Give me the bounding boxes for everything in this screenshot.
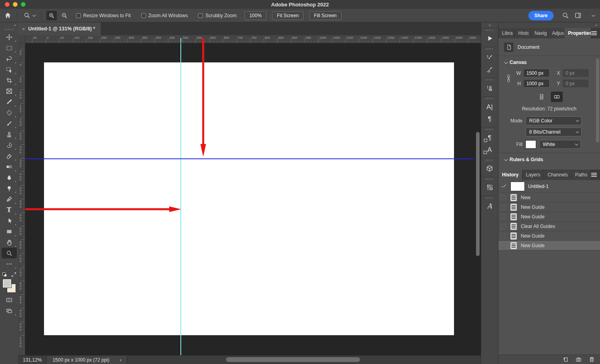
foreground-color-swatch[interactable] [3, 279, 11, 288]
zoom-tool[interactable] [2, 248, 17, 258]
history-source-checkbox[interactable] [501, 224, 506, 229]
panels-expand-icon[interactable]: » [498, 22, 600, 28]
vertical-guide[interactable] [180, 43, 181, 355]
history-item[interactable]: New Guide [498, 231, 600, 241]
rulers-grids-section-header[interactable]: Rulers & Grids [504, 153, 594, 166]
tab-adjustments[interactable]: Adjus [548, 28, 564, 38]
character-panel-button[interactable]: A| [482, 101, 497, 113]
history-source-checkbox[interactable] [501, 214, 506, 219]
new-document-from-state-icon[interactable] [562, 356, 569, 363]
history-item[interactable]: New Guide [498, 212, 600, 222]
workspace-button[interactable] [573, 11, 583, 20]
close-tab-icon[interactable]: × [22, 26, 25, 32]
share-button[interactable]: Share [528, 11, 554, 20]
status-chevron-icon[interactable]: › [120, 357, 121, 363]
gradient-tool[interactable] [2, 161, 17, 172]
tab-paths[interactable]: Paths [572, 170, 591, 180]
clone-stamp-tool[interactable] [2, 129, 17, 140]
canvas[interactable] [44, 62, 454, 335]
portrait-orientation-button[interactable] [536, 92, 548, 102]
patterns-panel-button[interactable] [482, 181, 497, 193]
scrubby-zoom-checkbox[interactable]: Scrubby Zoom [198, 13, 236, 18]
glyphs-panel-button[interactable]: A [482, 200, 497, 212]
pen-tool[interactable] [2, 194, 17, 204]
history-item[interactable]: New Guide [498, 202, 600, 212]
character-styles-panel-button[interactable]: A [482, 144, 497, 156]
lasso-tool[interactable] [2, 53, 17, 64]
delete-state-trash-icon[interactable] [588, 356, 595, 363]
properties-scrollbar[interactable] [596, 58, 599, 142]
history-snapshot-row[interactable]: Untitled-1 [498, 180, 600, 193]
history-brush-source-icon[interactable] [501, 183, 507, 190]
history-source-checkbox[interactable] [501, 243, 506, 248]
home-button[interactable] [4, 11, 12, 20]
rectangle-tool[interactable] [2, 226, 17, 237]
paragraph-panel-button[interactable]: ¶ [482, 113, 497, 125]
dodge-tool[interactable] [2, 183, 17, 194]
vertical-ruler[interactable]: 5 005 01 0 01 5 02 0 02 5 03 0 03 5 04 0… [18, 43, 25, 355]
tab-libraries[interactable]: Libra [498, 28, 515, 38]
clone-source-panel-button[interactable] [482, 82, 497, 94]
fill-dropdown[interactable]: White [539, 140, 581, 149]
path-selection-tool[interactable] [2, 215, 17, 226]
history-source-checkbox[interactable] [501, 195, 506, 200]
search-button[interactable] [560, 11, 570, 20]
swap-colors-icon[interactable] [11, 272, 17, 278]
fit-screen-button[interactable]: Fit Screen [272, 11, 304, 20]
tab-history[interactable]: History [498, 170, 522, 180]
3d-panel-button[interactable] [482, 162, 497, 174]
zoom-tool-preset[interactable] [22, 12, 36, 19]
blur-tool[interactable] [2, 172, 17, 183]
workspace-switcher[interactable] [586, 11, 596, 20]
resize-windows-to-fit-checkbox[interactable]: Resize Windows to Fit [76, 13, 131, 18]
toolbar-expand-icon[interactable]: » [0, 22, 18, 28]
horizontal-scrollbar[interactable] [226, 357, 360, 362]
zoom-percentage[interactable]: 131,12% [18, 357, 46, 363]
fill-color-swatch[interactable] [526, 140, 536, 148]
zoom-out-button[interactable] [59, 11, 70, 20]
brushes-panel-button[interactable] [482, 63, 497, 75]
default-colors-icon[interactable] [2, 272, 8, 278]
actions-panel-button[interactable] [482, 32, 497, 44]
document-tab[interactable]: × Untitled-1 @ 131% (RGB/8) * [18, 22, 101, 35]
document-info[interactable]: 1500 px x 1000 px (72 ppi) › [46, 356, 127, 364]
crop-tool[interactable] [2, 75, 17, 86]
history-item-selected[interactable]: New Guide [498, 241, 600, 250]
canvas-section-header[interactable]: Canvas [504, 56, 594, 69]
new-snapshot-camera-icon[interactable] [575, 356, 582, 363]
history-item[interactable]: New [498, 193, 600, 202]
eyedropper-tool[interactable] [2, 96, 17, 107]
x-field[interactable]: 0 px [562, 69, 589, 77]
panel-menu-icon[interactable] [591, 173, 597, 177]
hand-tool[interactable] [2, 237, 17, 248]
move-tool[interactable] [2, 32, 17, 42]
toolbar-grip[interactable] [5, 29, 14, 30]
fill-screen-button[interactable]: Fill Screen [309, 11, 342, 20]
edit-toolbar-button[interactable] [2, 258, 17, 269]
horizontal-guide[interactable] [25, 158, 474, 159]
rectangular-marquee-tool[interactable] [2, 42, 17, 53]
y-field[interactable]: 0 px [562, 79, 589, 88]
object-selection-tool[interactable] [2, 64, 17, 75]
history-item[interactable]: Clear All Guides [498, 222, 600, 231]
bit-depth-dropdown[interactable]: 8 Bits/Channel [526, 128, 582, 136]
tab-properties[interactable]: Properties [564, 28, 591, 38]
tab-layers[interactable]: Layers [522, 170, 544, 180]
quick-mask-button[interactable] [2, 294, 17, 305]
zoom-in-button[interactable] [46, 11, 57, 20]
height-field[interactable]: 1000 px [523, 79, 550, 88]
brush-tool[interactable] [2, 118, 17, 129]
screen-mode-button[interactable] [2, 305, 17, 316]
zoom-100-button[interactable]: 100% [244, 11, 266, 20]
color-mode-dropdown[interactable]: RGB Color [526, 116, 582, 125]
horizontal-ruler[interactable]: 5005010015020025030035040045050055060065… [18, 35, 481, 43]
brush-settings-panel-button[interactable] [482, 51, 497, 63]
tab-navigator[interactable]: Navig [531, 28, 548, 38]
landscape-orientation-button[interactable] [551, 92, 563, 102]
tab-channels[interactable]: Channels [544, 170, 572, 180]
history-source-checkbox[interactable] [501, 205, 506, 210]
frame-tool[interactable] [2, 86, 17, 96]
panels-collapse-icon[interactable]: « [481, 22, 498, 28]
paragraph-styles-panel-button[interactable]: ¶ [482, 132, 497, 144]
link-dimensions-button[interactable] [504, 69, 513, 88]
